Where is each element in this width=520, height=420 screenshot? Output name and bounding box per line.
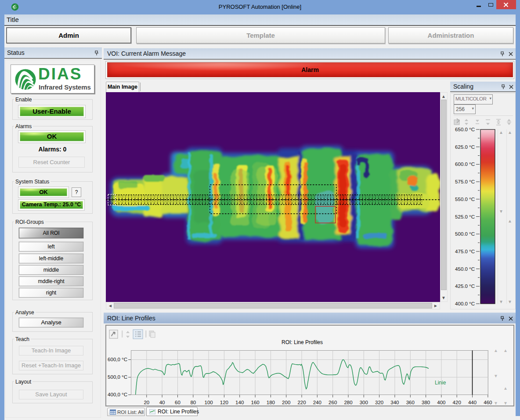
svg-text:140: 140	[235, 400, 244, 405]
svg-text:▲: ▲	[508, 219, 512, 223]
svg-text:160: 160	[251, 400, 260, 405]
svg-text:▲: ▲	[503, 386, 508, 391]
svg-text:40: 40	[159, 400, 165, 405]
svg-text:600,0 °C: 600,0 °C	[108, 357, 127, 362]
svg-text:320: 320	[375, 400, 383, 405]
svg-text:100: 100	[205, 400, 213, 405]
svg-text:500.0 °C: 500.0 °C	[455, 231, 475, 237]
svg-text:180: 180	[267, 400, 275, 405]
svg-text:525.0 °C: 525.0 °C	[455, 214, 475, 219]
svg-text:20: 20	[144, 400, 149, 405]
svg-text:▲: ▲	[499, 130, 503, 135]
svg-text:380: 380	[422, 400, 430, 405]
svg-text:▼: ▼	[494, 373, 498, 378]
svg-text:▲: ▲	[503, 348, 508, 353]
svg-text:▼: ▼	[508, 299, 512, 304]
svg-text:Linie: Linie	[435, 380, 446, 386]
svg-text:400: 400	[437, 400, 445, 405]
svg-text:625.0 °C: 625.0 °C	[455, 144, 475, 150]
svg-text:▲: ▲	[508, 130, 512, 135]
svg-text:120: 120	[220, 400, 228, 405]
svg-text:420: 420	[453, 400, 461, 405]
svg-text:80: 80	[190, 400, 196, 405]
svg-text:60: 60	[175, 400, 181, 405]
svg-text:340: 340	[390, 400, 399, 405]
svg-text:360: 360	[406, 400, 415, 405]
svg-text:425.0 °C: 425.0 °C	[455, 284, 475, 289]
svg-text:400.0 °C: 400.0 °C	[455, 301, 475, 306]
svg-text:▲: ▲	[494, 348, 498, 353]
svg-text:▼: ▼	[494, 401, 498, 406]
svg-text:550.0 °C: 550.0 °C	[455, 197, 475, 202]
svg-text:650.0 °C: 650.0 °C	[455, 127, 475, 132]
svg-text:▼: ▼	[499, 299, 503, 304]
svg-text:460: 460	[484, 400, 492, 405]
svg-text:575.0 °C: 575.0 °C	[455, 179, 475, 184]
svg-text:475.0 °C: 475.0 °C	[455, 249, 475, 254]
svg-text:240: 240	[313, 400, 321, 405]
svg-text:260: 260	[329, 400, 337, 405]
svg-text:400,0 °C: 400,0 °C	[108, 392, 127, 397]
svg-text:220: 220	[297, 400, 306, 405]
svg-text:300: 300	[360, 400, 368, 405]
svg-text:▼: ▼	[499, 209, 503, 214]
svg-text:ROI: Line Profiles: ROI: Line Profiles	[282, 339, 323, 345]
svg-text:200: 200	[282, 400, 290, 405]
svg-text:500,0 °C: 500,0 °C	[108, 374, 127, 380]
svg-text:600.0 °C: 600.0 °C	[455, 162, 475, 167]
svg-text:280: 280	[344, 400, 352, 405]
svg-text:440: 440	[468, 400, 477, 405]
svg-text:450.0 °C: 450.0 °C	[455, 266, 475, 272]
svg-text:▼: ▼	[503, 401, 508, 406]
